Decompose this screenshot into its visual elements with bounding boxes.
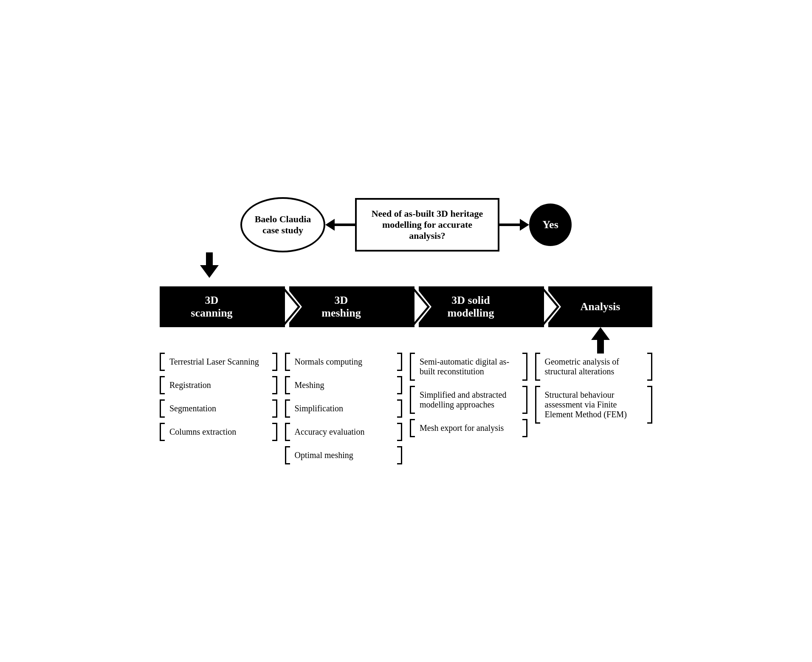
detail-col-analysis: Geometric analysis of structural alterat… xyxy=(535,353,653,465)
pipeline-solid-modelling: 3D solid modelling xyxy=(419,286,523,327)
detail-item-semiauto: Semi-automatic digital as-built reconsti… xyxy=(410,353,527,381)
detail-item-structural: Structural behaviour assessment via Fini… xyxy=(535,386,653,424)
detail-item-segmentation: Segmentation xyxy=(160,399,277,418)
detail-item-simplified-text: Simplified and abstracted modelling appr… xyxy=(417,390,522,410)
pipeline-solid-line1: 3D solid xyxy=(451,294,490,306)
detail-item-optimal-text: Optimal meshing xyxy=(293,450,398,460)
detail-item-accuracy: Accuracy evaluation xyxy=(285,423,403,441)
detail-item-simplification-text: Simplification xyxy=(293,404,398,413)
pipeline-scanning-line1: 3D xyxy=(205,294,219,306)
ellipse-subtitle: case study xyxy=(262,225,303,236)
chevron-1 xyxy=(264,286,285,327)
yes-circle: Yes xyxy=(529,204,572,246)
detail-col-meshing: Normals computing Meshing Simplification… xyxy=(285,353,403,465)
detail-item-meshing-text: Meshing xyxy=(293,380,398,390)
detail-item-tls: Terrestrial Laser Scanning xyxy=(160,353,277,371)
detail-item-simplification: Simplification xyxy=(285,399,403,418)
pipeline-analysis: Analysis xyxy=(548,286,652,327)
pipeline-solid-line2: modelling xyxy=(448,307,494,319)
detail-item-normals: Normals computing xyxy=(285,353,403,371)
detail-item-optimal: Optimal meshing xyxy=(285,446,403,464)
main-diagram: Baelo Claudia case study Need of as-buil… xyxy=(151,180,661,482)
detail-item-mesh-export: Mesh export for analysis xyxy=(410,419,527,437)
detail-item-normals-text: Normals computing xyxy=(293,357,398,367)
detail-item-tls-text: Terrestrial Laser Scanning xyxy=(167,357,272,367)
detail-item-mesh-export-text: Mesh export for analysis xyxy=(417,423,522,433)
detail-item-geometric: Geometric analysis of structural alterat… xyxy=(535,353,653,381)
detail-item-registration: Registration xyxy=(160,376,277,394)
detail-item-structural-text: Structural behaviour assessment via Fini… xyxy=(543,390,648,419)
chevron-2 xyxy=(393,286,414,327)
detail-item-columns: Columns extraction xyxy=(160,423,277,441)
detail-item-meshing: Meshing xyxy=(285,376,403,394)
arrow-to-ellipse xyxy=(325,219,355,231)
detail-item-registration-text: Registration xyxy=(167,380,272,390)
ellipse-baelo: Baelo Claudia case study xyxy=(240,197,325,252)
detail-col-solid: Semi-automatic digital as-built reconsti… xyxy=(410,353,527,465)
chevron-3 xyxy=(523,286,544,327)
arrow-to-yes xyxy=(499,219,529,231)
up-arrow-analysis xyxy=(591,327,610,354)
pipeline-meshing-line2: meshing xyxy=(321,307,361,319)
question-text: Need of as-built 3D heritage modelling f… xyxy=(372,208,483,241)
ellipse-title: Baelo Claudia xyxy=(255,214,311,225)
yes-label: Yes xyxy=(542,218,558,231)
down-arrow xyxy=(200,252,219,278)
question-box: Need of as-built 3D heritage modelling f… xyxy=(355,198,499,252)
detail-item-simplified: Simplified and abstracted modelling appr… xyxy=(410,386,527,414)
detail-item-geometric-text: Geometric analysis of structural alterat… xyxy=(543,357,648,376)
pipeline-scanning: 3D scanning xyxy=(160,286,264,327)
detail-item-semiauto-text: Semi-automatic digital as-built reconsti… xyxy=(417,357,522,376)
detail-col-scanning: Terrestrial Laser Scanning Registration … xyxy=(160,353,277,465)
pipeline-meshing: 3D meshing xyxy=(289,286,393,327)
detail-item-segmentation-text: Segmentation xyxy=(167,404,272,413)
detail-item-accuracy-text: Accuracy evaluation xyxy=(293,427,398,437)
detail-item-columns-text: Columns extraction xyxy=(167,427,272,437)
down-arrow-container xyxy=(160,252,652,278)
pipeline-analysis-label: Analysis xyxy=(581,300,620,313)
pipeline-scanning-line2: scanning xyxy=(191,307,232,319)
detail-section: Terrestrial Laser Scanning Registration … xyxy=(160,353,652,465)
pipeline-row: 3D scanning 3D meshing 3D solid xyxy=(160,286,652,327)
pipeline-meshing-line1: 3D xyxy=(335,294,348,306)
